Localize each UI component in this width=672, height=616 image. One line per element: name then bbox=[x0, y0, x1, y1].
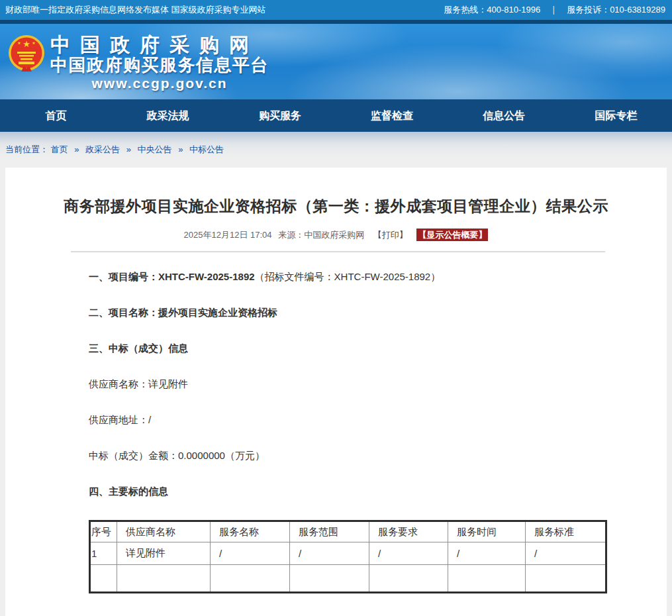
project-number-line: 一、项目编号：XHTC-FW-2025-1892（招标文件编号：XHTC-FW-… bbox=[89, 270, 600, 283]
service-hotline: 服务热线：400-810-1996 bbox=[444, 5, 540, 15]
breadcrumb-home[interactable]: 首页 bbox=[51, 144, 68, 154]
breadcrumb-procurement-notices[interactable]: 政采公告 bbox=[85, 144, 120, 154]
bid-subject-table: 序号 供应商名称 服务名称 服务范围 服务要求 服务时间 服务标准 1 详见附件… bbox=[89, 520, 607, 593]
show-summary-button[interactable]: 【显示公告概要】 bbox=[416, 229, 488, 241]
topbar-slogan: 财政部唯一指定政府采购信息网络发布媒体 国家级政府采购专业网站 bbox=[5, 0, 266, 20]
svg-text:★: ★ bbox=[17, 41, 21, 45]
service-complaint: 服务投诉：010-63819289 bbox=[567, 5, 665, 15]
col-service-standard: 服务标准 bbox=[526, 521, 606, 542]
national-emblem-icon: ★ ★ ★ bbox=[8, 34, 45, 76]
topbar-contacts: 服务热线：400-810-1996 ｜ 服务投诉：010-63819289 bbox=[437, 0, 665, 20]
svg-text:★: ★ bbox=[32, 41, 35, 45]
article-source: 来源：中国政府采购网 bbox=[278, 230, 364, 240]
article-body: 一、项目编号：XHTC-FW-2025-1892（招标文件编号：XHTC-FW-… bbox=[89, 270, 600, 593]
breadcrumb-band: 当前位置： 首页 » 政采公告 » 中央公告 » 中标公告 bbox=[0, 132, 672, 168]
supplier-address-line: 供应商地址：/ bbox=[89, 413, 600, 427]
site-subtitle: 中国政府购买服务信息平台 bbox=[50, 56, 269, 75]
breadcrumb-separator: » bbox=[178, 144, 183, 154]
article-meta: 2025年12月12日 17:04 来源：中国政府采购网 【打印】 【显示公告概… bbox=[5, 229, 667, 241]
col-supplier-name: 供应商名称 bbox=[117, 521, 211, 542]
nav-item-home[interactable]: 首页 bbox=[0, 99, 112, 132]
table-header-row: 序号 供应商名称 服务名称 服务范围 服务要求 服务时间 服务标准 bbox=[90, 521, 606, 542]
main-subject-heading: 四、主要标的信息 bbox=[89, 484, 600, 498]
nav-item-announcements[interactable]: 信息公告 bbox=[448, 99, 560, 132]
site-url: www.ccgp.gov.cn bbox=[50, 75, 269, 92]
breadcrumb: 当前位置： 首页 » 政采公告 » 中央公告 » 中标公告 bbox=[5, 144, 224, 154]
nav-item-regulations[interactable]: 政采法规 bbox=[112, 99, 224, 132]
breadcrumb-separator: » bbox=[126, 144, 131, 154]
table-row: 1 详见附件 / / / / / bbox=[90, 542, 606, 565]
breadcrumb-central-notices[interactable]: 中央公告 bbox=[138, 144, 172, 154]
svg-text:★: ★ bbox=[23, 39, 30, 49]
print-button[interactable]: 【打印】 bbox=[373, 230, 408, 240]
breadcrumb-award-notices[interactable]: 中标公告 bbox=[189, 144, 224, 154]
breadcrumb-label: 当前位置： bbox=[5, 144, 48, 154]
nav-item-supervision[interactable]: 监督检查 bbox=[336, 99, 448, 132]
meta-divider bbox=[71, 251, 605, 252]
project-name-line: 二、项目名称：援外项目实施企业资格招标 bbox=[89, 305, 600, 319]
topbar: 财政部唯一指定政府采购信息网络发布媒体 国家级政府采购专业网站 服务热线：400… bbox=[0, 0, 672, 20]
table-row bbox=[90, 565, 606, 593]
col-serial: 序号 bbox=[90, 521, 117, 542]
award-info-heading: 三、中标（成交）信息 bbox=[89, 341, 600, 355]
award-amount-line: 中标（成交）金额：0.0000000（万元） bbox=[89, 448, 600, 462]
main-nav: 首页 政采法规 购买服务 监督检查 信息公告 国际专栏 bbox=[0, 99, 672, 132]
col-service-name: 服务名称 bbox=[211, 521, 290, 542]
site-titles: 中国政府采购网 中国政府购买服务信息平台 www.ccgp.gov.cn bbox=[50, 34, 269, 92]
breadcrumb-separator: » bbox=[74, 144, 79, 154]
col-service-time: 服务时间 bbox=[448, 521, 526, 542]
nav-item-international[interactable]: 国际专栏 bbox=[560, 99, 672, 132]
site-logo[interactable]: ★ ★ ★ 中国政府采购网 中国政府购买服务信息平台 www.ccgp.gov.… bbox=[8, 34, 269, 92]
page-title: 商务部援外项目实施企业资格招标（第一类：援外成套项目管理企业）结果公示 bbox=[5, 168, 667, 217]
supplier-name-line: 供应商名称：详见附件 bbox=[89, 377, 600, 391]
col-service-requirements: 服务要求 bbox=[369, 521, 448, 542]
content-panel: 商务部援外项目实施企业资格招标（第一类：援外成套项目管理企业）结果公示 2025… bbox=[5, 168, 667, 616]
nav-item-purchase-services[interactable]: 购买服务 bbox=[224, 99, 336, 132]
topbar-separator: ｜ bbox=[550, 5, 558, 15]
publish-datetime: 2025年12月12日 17:04 bbox=[184, 230, 272, 240]
site-header: ★ ★ ★ 中国政府采购网 中国政府购买服务信息平台 www.ccgp.gov.… bbox=[0, 24, 672, 99]
site-title: 中国政府采购网 bbox=[50, 34, 269, 56]
col-service-scope: 服务范围 bbox=[290, 521, 369, 542]
